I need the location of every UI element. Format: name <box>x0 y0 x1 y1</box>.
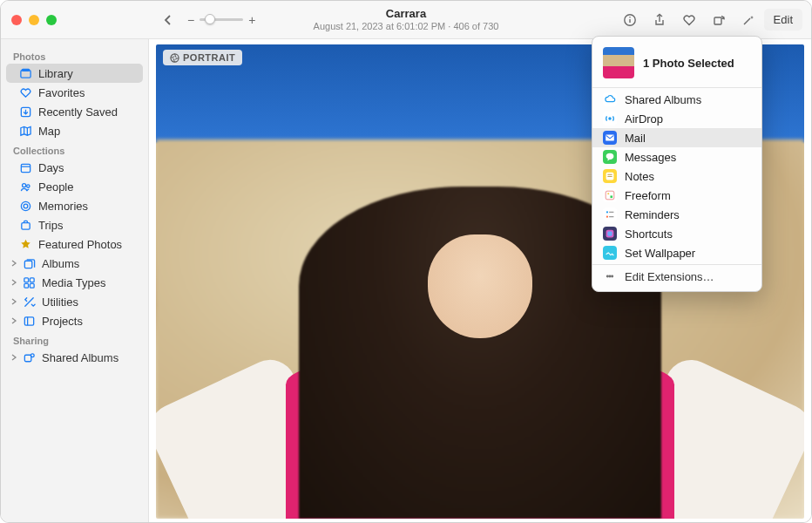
albums-icon <box>22 256 36 270</box>
toolbar-right: Edit <box>616 7 811 33</box>
sidebar-item-library[interactable]: Library <box>6 64 143 83</box>
svg-point-10 <box>26 184 29 187</box>
info-button[interactable] <box>616 7 644 33</box>
people-icon <box>18 180 32 194</box>
sidebar-section-sharing: Sharing <box>1 330 148 348</box>
shared-albums-icon <box>22 350 36 364</box>
share-item-label: Shortcuts <box>625 228 673 241</box>
share-item-shortcuts[interactable]: Shortcuts <box>592 224 761 243</box>
favorite-button[interactable] <box>675 7 703 33</box>
zoom-thumb[interactable] <box>205 14 215 24</box>
svg-point-23 <box>608 117 612 120</box>
mail-icon <box>603 131 617 145</box>
disclosure-icon[interactable] <box>10 317 18 324</box>
svg-rect-14 <box>24 261 31 268</box>
back-button[interactable] <box>156 8 180 32</box>
sidebar-item-memories[interactable]: Memories <box>6 196 143 215</box>
share-button[interactable] <box>646 7 673 33</box>
calendar-icon <box>18 160 32 174</box>
sidebar-item-recently-saved[interactable]: Recently Saved <box>6 102 143 121</box>
share-item-edit-extensions[interactable]: Edit Extensions… <box>592 267 761 286</box>
zoom-slider[interactable]: − + <box>187 13 255 27</box>
sidebar-section-collections: Collections <box>1 140 148 158</box>
share-item-mail[interactable]: Mail <box>592 128 761 147</box>
zoom-out-icon: − <box>187 13 194 27</box>
media-types-icon <box>22 275 36 289</box>
svg-point-40 <box>612 275 613 277</box>
sidebar-item-label: Trips <box>38 219 63 232</box>
sidebar-item-map[interactable]: Map <box>6 121 143 140</box>
share-item-reminders[interactable]: Reminders <box>592 205 761 224</box>
svg-rect-4 <box>20 70 30 77</box>
sidebar-item-favorites[interactable]: Favorites <box>6 83 143 102</box>
svg-point-29 <box>607 193 609 194</box>
utilities-icon <box>22 295 36 309</box>
share-menu: 1 Photo Selected Shared Albums AirDrop M… <box>592 36 762 292</box>
window-controls <box>1 15 149 25</box>
shortcuts-icon <box>603 227 617 241</box>
sidebar-item-label: Recently Saved <box>38 105 118 119</box>
zoom-in-icon: + <box>248 13 255 27</box>
share-item-set-wallpaper[interactable]: Set Wallpaper <box>592 243 761 262</box>
reminders-icon <box>603 207 617 221</box>
portrait-badge: PORTRAIT <box>163 50 242 65</box>
disclosure-icon[interactable] <box>10 260 18 267</box>
menu-separator <box>592 87 761 88</box>
sidebar-item-utilities[interactable]: Utilities <box>6 292 143 311</box>
share-item-messages[interactable]: Messages <box>592 147 761 166</box>
svg-rect-15 <box>24 277 28 282</box>
sidebar-item-trips[interactable]: Trips <box>6 215 143 234</box>
sidebar-item-projects[interactable]: Projects <box>6 311 143 330</box>
photo-subtitle: August 21, 2023 at 6:01:02 PM · 406 of 7… <box>314 21 499 32</box>
sidebar-item-people[interactable]: People <box>6 177 143 196</box>
edit-button[interactable]: Edit <box>764 9 802 31</box>
sidebar-item-days[interactable]: Days <box>6 158 143 177</box>
disclosure-icon[interactable] <box>10 298 18 305</box>
share-item-label: Shared Albums <box>625 93 701 106</box>
share-item-freeform[interactable]: Freeform <box>592 186 761 205</box>
minimize-window-button[interactable] <box>29 15 39 25</box>
heart-icon <box>18 85 32 99</box>
notes-icon <box>603 169 617 183</box>
svg-rect-30 <box>610 195 612 198</box>
share-item-notes[interactable]: Notes <box>592 166 761 186</box>
messages-icon <box>603 150 617 164</box>
sidebar-item-label: Shared Albums <box>42 351 118 364</box>
svg-rect-28 <box>606 191 614 200</box>
disclosure-icon[interactable] <box>10 354 18 361</box>
share-item-airdrop[interactable]: AirDrop <box>592 109 761 128</box>
map-icon <box>18 124 32 138</box>
svg-point-12 <box>21 201 30 210</box>
photo-title: Carrara <box>314 7 499 21</box>
close-window-button[interactable] <box>11 15 22 25</box>
svg-rect-7 <box>21 164 30 172</box>
share-item-label: Messages <box>625 151 676 164</box>
svg-point-39 <box>609 275 611 277</box>
sidebar-item-albums[interactable]: Albums <box>6 254 143 273</box>
disclosure-icon[interactable] <box>10 279 18 286</box>
svg-rect-37 <box>606 249 614 257</box>
sidebar-item-label: Memories <box>38 200 88 213</box>
sidebar-item-shared-albums[interactable]: Shared Albums <box>6 348 143 367</box>
share-item-label: Set Wallpaper <box>625 247 695 260</box>
svg-point-2 <box>629 17 631 18</box>
freeform-icon <box>603 188 617 202</box>
auto-enhance-button[interactable] <box>734 7 762 33</box>
sidebar-item-featured-photos[interactable]: Featured Photos <box>6 234 143 254</box>
sidebar-item-label: Albums <box>42 257 79 270</box>
share-item-label: AirDrop <box>625 112 663 126</box>
library-icon <box>18 66 32 80</box>
svg-point-11 <box>24 204 28 208</box>
share-item-label: Edit Extensions… <box>625 270 714 283</box>
suitcase-icon <box>18 218 32 232</box>
zoom-track[interactable] <box>200 18 243 21</box>
rotate-button[interactable] <box>705 7 733 33</box>
fullscreen-window-button[interactable] <box>46 15 57 25</box>
share-item-label: Mail <box>625 132 646 145</box>
svg-rect-18 <box>30 283 34 288</box>
sidebar-item-label: Favorites <box>38 86 85 99</box>
share-item-shared-albums[interactable]: Shared Albums <box>592 90 761 109</box>
svg-point-9 <box>22 183 25 187</box>
sidebar-item-media-types[interactable]: Media Types <box>6 273 143 292</box>
projects-icon <box>22 314 36 328</box>
